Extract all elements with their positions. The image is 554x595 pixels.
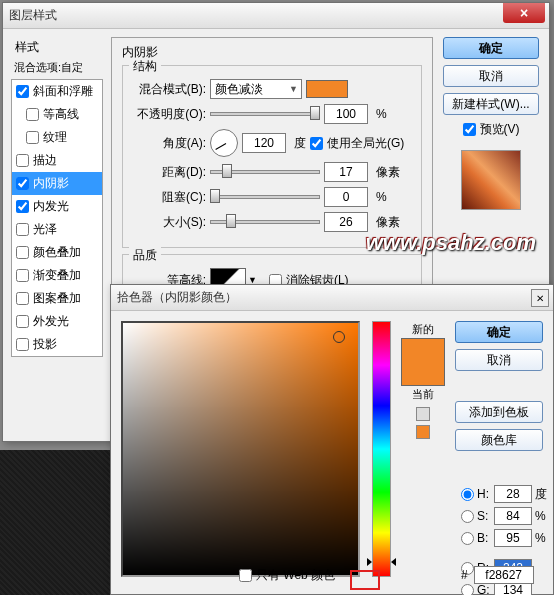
distance-value[interactable]: 17 bbox=[324, 162, 368, 182]
color-libs-button[interactable]: 颜色库 bbox=[455, 429, 543, 451]
websafe-swatch[interactable] bbox=[416, 425, 430, 439]
layer-style-title: 图层样式 bbox=[9, 7, 543, 24]
preview-check[interactable]: 预览(V) bbox=[463, 121, 520, 138]
watermark-psahz: www.psahz.com bbox=[366, 230, 536, 256]
h-input[interactable]: 28 bbox=[494, 485, 532, 503]
picker-cancel-button[interactable]: 取消 bbox=[455, 349, 543, 371]
new-style-button[interactable]: 新建样式(W)... bbox=[443, 93, 539, 115]
style-contour[interactable]: 等高线 bbox=[12, 103, 102, 126]
cancel-button[interactable]: 取消 bbox=[443, 65, 539, 87]
style-color-overlay[interactable]: 颜色叠加 bbox=[12, 241, 102, 264]
choke-value[interactable]: 0 bbox=[324, 187, 368, 207]
h-row: H:28度 bbox=[461, 485, 549, 503]
color-picker-dialog: 拾色器（内阴影颜色） ✕ 新的 当前 确定 取消 添加到色板 颜色库 bbox=[110, 284, 554, 595]
current-color bbox=[402, 362, 444, 385]
choke-slider[interactable] bbox=[210, 190, 320, 204]
ok-button[interactable]: 确定 bbox=[443, 37, 539, 59]
close-icon[interactable]: × bbox=[503, 3, 545, 23]
picker-title: 拾色器（内阴影颜色） bbox=[117, 289, 547, 306]
style-inner-shadow[interactable]: 内阴影 bbox=[12, 172, 102, 195]
new-current-swatch[interactable] bbox=[401, 338, 445, 386]
style-drop-shadow[interactable]: 投影 bbox=[12, 333, 102, 356]
size-slider[interactable] bbox=[210, 215, 320, 229]
blend-mode-label: 混合模式(B): bbox=[131, 81, 206, 98]
g-radio[interactable] bbox=[461, 584, 474, 596]
style-bevel-check[interactable] bbox=[16, 85, 29, 98]
style-stroke[interactable]: 描边 bbox=[12, 149, 102, 172]
inner-shadow-title: 内阴影 bbox=[122, 44, 422, 61]
hue-slider[interactable] bbox=[372, 321, 391, 577]
picker-ok-button[interactable]: 确定 bbox=[455, 321, 543, 343]
preview-thumbnail bbox=[461, 150, 521, 210]
style-satin[interactable]: 光泽 bbox=[12, 218, 102, 241]
size-value[interactable]: 26 bbox=[324, 212, 368, 232]
h-radio[interactable] bbox=[461, 488, 474, 501]
styles-panel: 样式 混合选项:自定 斜面和浮雕 等高线 纹理 描边 内阴影 内发光 光泽 颜色… bbox=[11, 37, 103, 357]
style-outer-glow[interactable]: 外发光 bbox=[12, 310, 102, 333]
bv-input[interactable]: 95 bbox=[494, 529, 532, 547]
new-color bbox=[402, 339, 444, 362]
opacity-slider[interactable] bbox=[210, 107, 320, 121]
structure-fieldset: 结构 混合模式(B): 颜色减淡 不透明度(O): 100 % 角度(A): 1… bbox=[122, 65, 422, 248]
s-input[interactable]: 84 bbox=[494, 507, 532, 525]
color-field-cursor[interactable] bbox=[333, 331, 345, 343]
style-gradient-overlay[interactable]: 渐变叠加 bbox=[12, 264, 102, 287]
angle-dial[interactable] bbox=[210, 129, 238, 157]
new-current-preview: 新的 当前 bbox=[401, 321, 445, 577]
style-texture[interactable]: 纹理 bbox=[12, 126, 102, 149]
hue-pointer-right[interactable] bbox=[391, 558, 396, 566]
add-swatch-button[interactable]: 添加到色板 bbox=[455, 401, 543, 423]
blend-mode-select[interactable]: 颜色减淡 bbox=[210, 79, 302, 99]
s-radio[interactable] bbox=[461, 510, 474, 523]
style-pattern-overlay[interactable]: 图案叠加 bbox=[12, 287, 102, 310]
angle-value[interactable]: 120 bbox=[242, 133, 286, 153]
opacity-value[interactable]: 100 bbox=[324, 104, 368, 124]
layer-style-titlebar[interactable]: 图层样式 × bbox=[3, 3, 549, 29]
styles-header[interactable]: 样式 bbox=[11, 37, 103, 58]
distance-slider[interactable] bbox=[210, 165, 320, 179]
color-field[interactable] bbox=[121, 321, 360, 577]
picker-titlebar[interactable]: 拾色器（内阴影颜色） ✕ bbox=[111, 285, 553, 311]
style-inner-glow[interactable]: 内发光 bbox=[12, 195, 102, 218]
styles-list: 斜面和浮雕 等高线 纹理 描边 内阴影 内发光 光泽 颜色叠加 渐变叠加 图案叠… bbox=[11, 79, 103, 357]
blend-options-default[interactable]: 混合选项:自定 bbox=[11, 58, 103, 77]
bv-radio[interactable] bbox=[461, 532, 474, 545]
hex-input[interactable]: f28627 bbox=[474, 566, 534, 584]
shadow-color-swatch[interactable] bbox=[306, 80, 348, 98]
use-global-light-check[interactable]: 使用全局光(G) bbox=[310, 135, 404, 152]
web-only-check[interactable]: 只有 Web 颜色 bbox=[239, 567, 335, 584]
cube-icon[interactable] bbox=[416, 407, 430, 421]
close-icon[interactable]: ✕ bbox=[531, 289, 549, 307]
style-bevel[interactable]: 斜面和浮雕 bbox=[12, 80, 102, 103]
background-texture bbox=[0, 450, 120, 595]
hex-row: # f28627 bbox=[461, 566, 534, 584]
hue-pointer-left[interactable] bbox=[367, 558, 372, 566]
annotation-highlight bbox=[350, 570, 380, 590]
hash-label: # bbox=[461, 568, 468, 582]
